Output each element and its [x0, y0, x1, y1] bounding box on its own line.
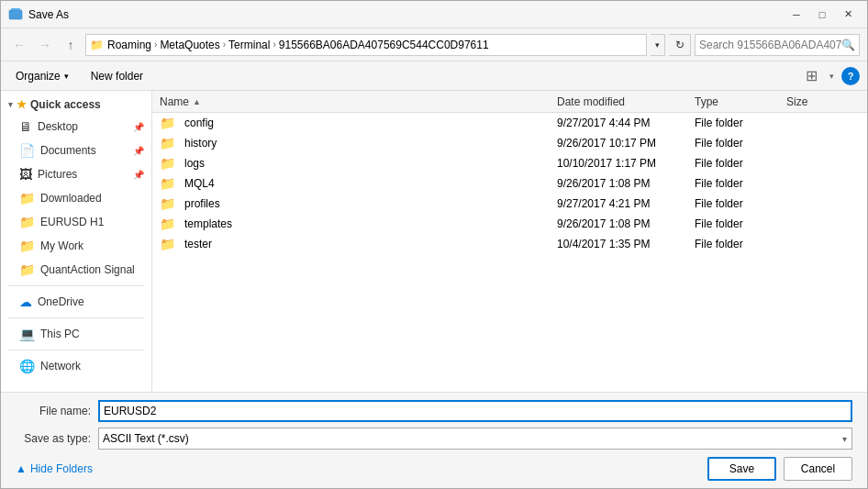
- folder-icon: 📁: [160, 116, 175, 130]
- file-name: history: [184, 137, 217, 150]
- quick-access-star-icon: ★: [17, 98, 27, 111]
- sidebar-item-downloaded[interactable]: 📁 Downloaded: [1, 186, 151, 210]
- folder-icon: 📁: [90, 39, 104, 51]
- table-row[interactable]: 📁 profiles 9/27/2017 4:21 PM File folder: [152, 194, 867, 214]
- file-name-cell: 📁 templates: [160, 217, 557, 231]
- file-date-cell: 9/26/2017 10:17 PM: [557, 137, 695, 150]
- folder-icon: 📁: [160, 156, 175, 171]
- cancel-button[interactable]: Cancel: [784, 457, 852, 481]
- file-name: config: [184, 117, 214, 129]
- refresh-button[interactable]: ↻: [669, 34, 691, 56]
- table-row[interactable]: 📁 history 9/26/2017 10:17 PM File folder: [152, 133, 867, 153]
- file-name-cell: 📁 profiles: [160, 196, 557, 211]
- search-icon: 🔍: [841, 39, 855, 51]
- close-button[interactable]: ✕: [836, 6, 860, 24]
- breadcrumb-bar[interactable]: 📁 Roaming › MetaQuotes › Terminal › 9155…: [85, 34, 647, 56]
- file-type-cell: File folder: [695, 217, 786, 230]
- file-list: 📁 config 9/27/2017 4:44 PM File folder 📁…: [152, 113, 867, 392]
- thispc-icon: 💻: [19, 327, 35, 341]
- new-folder-button[interactable]: New folder: [83, 66, 150, 86]
- sidebar-item-thispc[interactable]: 💻 This PC: [1, 322, 151, 346]
- network-icon: 🌐: [19, 359, 35, 373]
- search-input[interactable]: [699, 39, 841, 51]
- quick-access-header[interactable]: ▾ ★ Quick access: [1, 94, 151, 115]
- column-header-name[interactable]: Name ▲: [160, 95, 557, 108]
- quantaction-folder-icon: 📁: [19, 262, 35, 277]
- breadcrumb-id: 915566BA06ADA407569C544CC0D97611: [279, 39, 489, 51]
- minimize-button[interactable]: ─: [785, 6, 808, 24]
- organize-chevron-icon: ▾: [64, 72, 69, 81]
- breadcrumb-metaquotes: MetaQuotes: [160, 39, 219, 51]
- bottom-buttons: ▲ Hide Folders Save Cancel: [16, 457, 852, 481]
- file-date-cell: 10/10/2017 1:17 PM: [557, 157, 695, 170]
- file-list-header: Name ▲ Date modified Type Size: [152, 91, 867, 113]
- table-row[interactable]: 📁 config 9/27/2017 4:44 PM File folder: [152, 113, 867, 133]
- table-row[interactable]: 📁 MQL4 9/26/2017 1:08 PM File folder: [152, 173, 867, 194]
- main-content: ▾ ★ Quick access 🖥 Desktop 📌 📄 Documents…: [1, 91, 867, 392]
- save-button[interactable]: Save: [707, 457, 776, 481]
- file-name-cell: 📁 config: [160, 116, 557, 130]
- column-header-size[interactable]: Size: [786, 95, 860, 108]
- sidebar-divider-3: [8, 350, 144, 350]
- sidebar-item-mywork[interactable]: 📁 My Work: [1, 234, 151, 258]
- sort-arrow-icon: ▲: [193, 97, 201, 106]
- file-name: templates: [184, 217, 232, 230]
- sidebar-item-onedrive[interactable]: ☁ OneDrive: [1, 290, 151, 314]
- file-type-cell: File folder: [695, 197, 786, 210]
- documents-icon: 📄: [19, 143, 35, 158]
- column-header-type[interactable]: Type: [695, 95, 786, 108]
- mywork-folder-icon: 📁: [19, 239, 35, 253]
- forward-button[interactable]: →: [34, 34, 56, 56]
- savetype-label: Save as type:: [16, 432, 98, 445]
- desktop-icon: 🖥: [19, 119, 32, 134]
- back-button[interactable]: ←: [8, 34, 30, 56]
- hide-chevron-icon: ▲: [16, 462, 27, 475]
- pin-icon: 📌: [133, 146, 144, 156]
- file-name: logs: [184, 157, 205, 170]
- savetype-row: Save as type: ASCII Text (*.csv): [16, 428, 852, 450]
- sidebar-item-pictures[interactable]: 🖼 Pictures 📌: [1, 162, 151, 186]
- pin-icon: 📌: [133, 170, 144, 180]
- help-button[interactable]: ?: [841, 67, 860, 85]
- file-name: tester: [184, 238, 212, 250]
- up-button[interactable]: ↑: [60, 34, 82, 56]
- file-name: MQL4: [184, 177, 215, 190]
- file-type-cell: File folder: [695, 157, 786, 170]
- sidebar-item-documents[interactable]: 📄 Documents 📌: [1, 139, 151, 162]
- table-row[interactable]: 📁 templates 9/26/2017 1:08 PM File folde…: [152, 214, 867, 234]
- sidebar: ▾ ★ Quick access 🖥 Desktop 📌 📄 Documents…: [1, 91, 152, 392]
- search-box[interactable]: 🔍: [695, 34, 860, 56]
- svg-rect-0: [9, 10, 22, 19]
- folder-icon: 📁: [160, 136, 175, 150]
- dialog-icon: [8, 7, 23, 22]
- hide-folders-button[interactable]: ▲ Hide Folders: [16, 462, 93, 475]
- sidebar-divider-1: [8, 285, 144, 286]
- pictures-icon: 🖼: [19, 167, 32, 182]
- file-date-cell: 10/4/2017 1:35 PM: [557, 238, 695, 250]
- maximize-button[interactable]: □: [810, 6, 834, 24]
- table-row[interactable]: 📁 logs 10/10/2017 1:17 PM File folder: [152, 153, 867, 173]
- breadcrumb-roaming: Roaming: [107, 39, 151, 51]
- sidebar-item-eurusdh1[interactable]: 📁 EURUSD H1: [1, 210, 151, 234]
- file-date-cell: 9/27/2017 4:44 PM: [557, 117, 695, 129]
- breadcrumb-dropdown[interactable]: ▾: [651, 34, 665, 56]
- sidebar-item-quantaction[interactable]: 📁 QuantAction Signal: [1, 258, 151, 282]
- folder-icon: 📁: [160, 237, 175, 251]
- sidebar-item-desktop[interactable]: 🖥 Desktop 📌: [1, 115, 151, 139]
- filename-input[interactable]: [98, 400, 852, 422]
- file-name-cell: 📁 tester: [160, 237, 557, 251]
- file-date-cell: 9/26/2017 1:08 PM: [557, 217, 695, 230]
- file-type-cell: File folder: [695, 177, 786, 190]
- filename-row: File name:: [16, 400, 852, 422]
- view-options-button[interactable]: ⊞: [800, 65, 822, 87]
- sidebar-item-network[interactable]: 🌐 Network: [1, 354, 151, 378]
- column-header-date[interactable]: Date modified: [557, 95, 695, 108]
- table-row[interactable]: 📁 tester 10/4/2017 1:35 PM File folder: [152, 234, 867, 254]
- action-bar: Organize ▾ New folder ⊞ ▾ ?: [1, 61, 867, 91]
- dialog-title: Save As: [28, 8, 785, 21]
- file-area: Name ▲ Date modified Type Size 📁 config: [152, 91, 867, 392]
- organize-button[interactable]: Organize ▾: [8, 66, 76, 86]
- savetype-select[interactable]: ASCII Text (*.csv): [98, 428, 852, 450]
- file-date-cell: 9/27/2017 4:21 PM: [557, 197, 695, 210]
- savetype-wrapper: ASCII Text (*.csv): [98, 428, 852, 450]
